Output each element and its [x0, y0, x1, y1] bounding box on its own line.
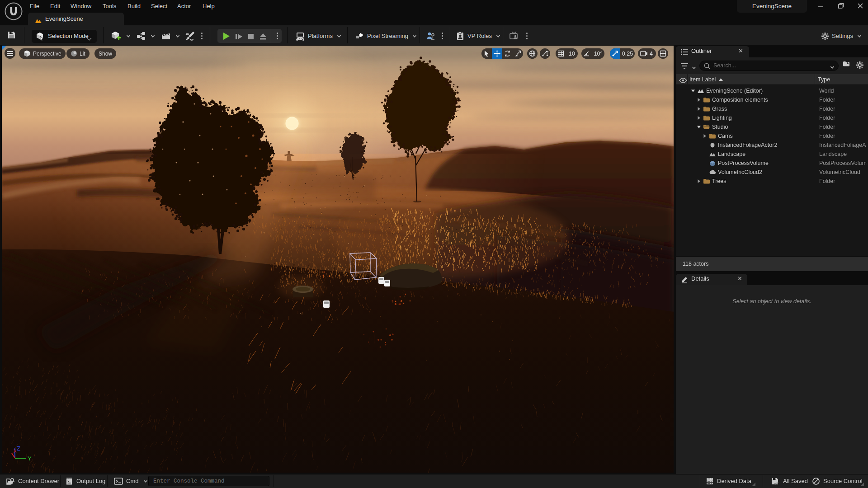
svg-text:Y: Y [28, 455, 32, 462]
svg-text:X: X [14, 449, 17, 454]
svg-text:Z: Z [17, 445, 20, 452]
